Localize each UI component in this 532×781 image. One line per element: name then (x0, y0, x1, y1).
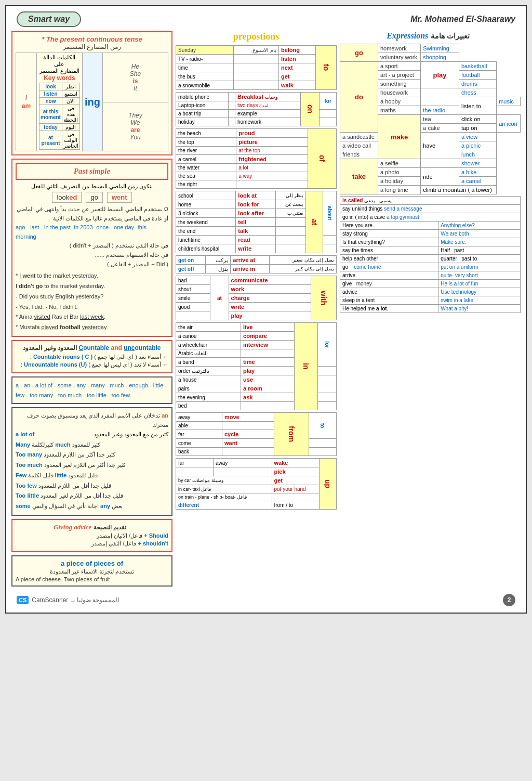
kw-look: look (39, 83, 62, 90)
up-putyourhand: put your hand (272, 485, 320, 493)
ex4: - Yes, I did. - No, I didn't. (16, 302, 168, 313)
pc-title: * The present continuous tense (16, 35, 168, 43)
subj-we: We (105, 119, 166, 126)
to-get: get (278, 72, 315, 81)
expr-videocall: a video call (340, 141, 378, 150)
of-frightened: frightened (236, 155, 308, 164)
ps-question: في حالة الاستفهام نستخدم ...... (16, 251, 168, 260)
at-talk: talk (236, 227, 276, 236)
qt-many: Many كثيرلكلمة much كثير للمعدود (16, 440, 168, 450)
prep-from-table: away move from to able far cycle come wa… (176, 412, 337, 456)
ga-shouldnt: shouldn't + فاعل/ النفي إمصدر (16, 540, 168, 547)
at-tell: tell (236, 218, 276, 227)
in-band: a band (176, 358, 241, 367)
qt-few: Few قليل لكلمة little قليل للمعدود (16, 471, 168, 481)
at-lookfor: look for (236, 200, 276, 209)
pc-arabic: زمن المضارع المستمر (16, 43, 168, 50)
usage-section: an تدخلان على الاسم المفرد الذي يعد ومسب… (11, 407, 172, 516)
to-time: time (176, 63, 234, 72)
from-cycle: cycle (222, 430, 274, 439)
to-sunday-ar: يام الاسبوع (234, 46, 279, 55)
get-off: get off (176, 265, 206, 274)
at-home: home (176, 200, 236, 209)
up-pick: pick (272, 467, 320, 476)
expr-music: music (497, 97, 521, 106)
prep-with-table: bad at communicate with shout work smile… (176, 276, 337, 320)
on-mobilephone: mobile phone (176, 93, 229, 101)
kw-arabic2: المضارع المستمر (39, 68, 80, 74)
expr-sport: a sport (378, 62, 420, 71)
of-right: the right (176, 180, 236, 189)
from-want: want (222, 439, 274, 448)
phrase-hereyouare: Here you are. (340, 222, 438, 230)
verb-take: take (340, 159, 378, 194)
kw-at-present: at present (39, 131, 62, 150)
ga-should: Should + فاعل/ الاتيان إمصدر (16, 532, 168, 539)
verb-look: looked (52, 192, 82, 203)
in-compare: compare (241, 332, 295, 341)
in-live: live (241, 323, 295, 332)
with-write: write (229, 303, 311, 311)
qt-toomuch: Too much كثير جدا أكثر من اللازم لغير ال… (16, 460, 168, 471)
subj-it: It (105, 85, 166, 92)
verb-have: have (421, 133, 459, 159)
of-atthetop: at the top (236, 147, 308, 155)
kw-listen: listen (39, 90, 62, 98)
in-wheelchair: a wheelchair (176, 341, 241, 349)
subj-i: I (18, 94, 34, 101)
countable-title: المعدود وغير المعدود Countable and uncou… (16, 344, 168, 352)
prep-in-label: in (294, 323, 317, 410)
of-water: the water (176, 164, 236, 172)
subj-they: They (105, 112, 166, 119)
qt-toofew: Too few قليل جدا أقل من اللازم للمعدود (16, 481, 168, 491)
phrase-whatapty: What a pity! (438, 305, 521, 313)
verb-ride: ride (421, 168, 459, 186)
from-back: back (176, 448, 222, 456)
ga-title: Giving advice تقديم النصيحة (16, 523, 168, 531)
to-walk: walk (278, 81, 315, 90)
to-belong: belong (278, 46, 315, 55)
piece-of-section: a piece of pieces of تستخدم لتجزئة الاسم… (11, 555, 172, 587)
of-away: a way (236, 172, 308, 180)
in-time: time (241, 358, 295, 367)
verb-listen: listen to (459, 97, 496, 115)
page-number: 2 (503, 594, 515, 606)
phrase-isthateverything: Is that everything? (340, 238, 438, 246)
kw-now-ar: الآن (62, 98, 79, 105)
from-away: away (176, 413, 222, 422)
expr-aview: a view (459, 133, 496, 141)
on-boattrip: a boat trip (176, 110, 229, 118)
with-communicate: communicate (229, 276, 311, 285)
expr-shower: shower (459, 159, 496, 168)
up-wake: wake (272, 459, 320, 467)
ps-title: Past simple (16, 163, 168, 180)
to-snowmobile: a snowmobile (176, 81, 234, 90)
up-fromto: from / to (272, 501, 320, 510)
prep-with-label: with (311, 276, 336, 320)
subj-she: She (105, 70, 166, 77)
in-house: a house (176, 375, 241, 384)
expr-longtime: a long time (378, 186, 420, 194)
phrase-helpeachother: help each other (340, 255, 438, 263)
phrase-usetechnology: Use technology (438, 288, 521, 296)
at-lunchtime: lunchtime (176, 236, 236, 244)
key-words-inner: lookانظر listenاستمع nowالآن at this mom… (39, 83, 80, 150)
qt-toomany: Too many كثير جدا أكثر من اللازم للمعدود (16, 450, 168, 460)
up-different: different (176, 501, 272, 510)
ps-negative: في حالة النفي نستخدم ( المصدر + didn't ) (16, 241, 168, 251)
kw-present-ar: في الوقت الحاضر (62, 131, 79, 150)
arrive-at: arrive at (231, 256, 270, 265)
middle-column: prepostions Sunday يام الاسبوع belong to… (176, 31, 337, 590)
get-on: get on (176, 256, 206, 265)
expr-sandcastle: a sandcastle (340, 133, 378, 141)
present-continuous-section: * The present continuous tense زمن المضا… (11, 31, 172, 155)
piece-of-example: A piece of cheese. Two pieces of fruit (16, 576, 168, 582)
at-school: school (176, 191, 236, 200)
in-interview: interview (241, 341, 295, 349)
in-pairs: pairs (176, 384, 241, 393)
alotof-ar: كثير من مع المعدود وغير المعدود (94, 431, 168, 438)
expr-maths: maths (378, 106, 420, 115)
verb-are: are (105, 126, 166, 134)
subj-he: He (105, 63, 166, 70)
phrase-iscalled: is called يسمى - يدعى (340, 197, 521, 205)
